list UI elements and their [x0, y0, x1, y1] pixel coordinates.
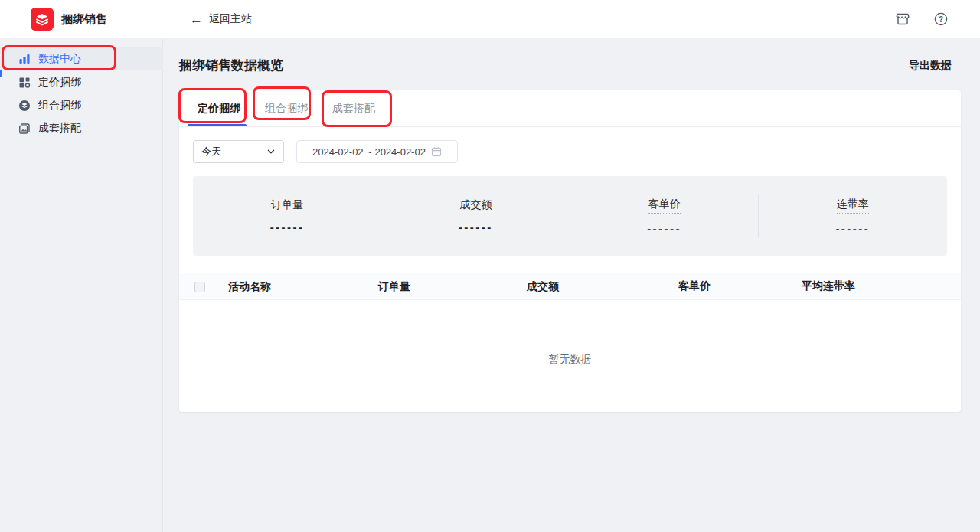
sidebar-item-label: 组合捆绑	[38, 99, 81, 113]
app-title: 捆绑销售	[61, 0, 107, 38]
export-data-button[interactable]: 导出数据	[909, 59, 952, 73]
column-header-transaction-amount: 成交额	[527, 273, 559, 301]
stat-value: ------	[459, 220, 493, 233]
blocks-icon	[18, 77, 31, 89]
stat-transaction-amount: 成交额 ------	[381, 176, 570, 256]
collection-image-icon	[18, 122, 31, 135]
column-header-average-order-value: 客单价	[678, 273, 710, 301]
sidebar-item-data-center[interactable]: 数据中心	[0, 47, 163, 70]
sidebar-item-label: 数据中心	[38, 52, 81, 66]
storefront-icon[interactable]	[895, 11, 910, 27]
chevron-down-icon	[266, 147, 276, 156]
stat-label: 连带率	[837, 197, 869, 214]
tab-bar: 定价捆绑 组合捆绑 成套搭配	[179, 90, 961, 127]
date-range-value: 2024-02-02 ~ 2024-02-02	[312, 146, 426, 158]
back-link-label: 返回主站	[209, 12, 252, 26]
layers-icon	[34, 11, 50, 27]
column-header-activity-name: 活动名称	[228, 273, 271, 301]
stat-label: 订单量	[271, 198, 303, 212]
stat-attachment-rate: 连带率 ------	[759, 176, 947, 256]
back-arrow-icon: ←	[190, 13, 203, 26]
back-to-main-link[interactable]: ← 返回主站	[190, 0, 252, 38]
help-icon[interactable]: ?	[933, 11, 949, 27]
topbar: 捆绑销售 ← 返回主站 ?	[0, 0, 980, 38]
sidebar-item-fixed-price-bundle[interactable]: 定价捆绑	[0, 71, 163, 94]
sidebar-item-label: 定价捆绑	[38, 76, 81, 90]
bar-chart-icon	[18, 53, 31, 65]
table-header-row: 活动名称 订单量 成交额 客单价 平均连带率	[179, 273, 961, 300]
date-preset-select[interactable]: 今天	[193, 140, 284, 163]
sidebar-item-label: 成套搭配	[38, 122, 81, 135]
app-logo	[31, 8, 54, 31]
sidebar: 数据中心 定价捆绑 组合捆绑	[0, 39, 163, 532]
stats-panel: 订单量 ------ 成交额 ------ 客单价 ------ 连带率 ---…	[193, 176, 947, 256]
page-title: 捆绑销售数据概览	[179, 57, 283, 74]
tab-set-matching[interactable]: 成套搭配	[332, 102, 375, 116]
stat-value: ------	[647, 222, 681, 235]
column-header-order-volume: 订单量	[378, 273, 410, 301]
tab-fixed-price-bundle[interactable]: 定价捆绑	[198, 102, 240, 116]
active-tab-underline	[188, 124, 247, 126]
stat-value: ------	[835, 222, 870, 235]
svg-text:?: ?	[939, 15, 943, 24]
stat-value: ------	[270, 220, 305, 233]
calendar-icon	[431, 146, 442, 157]
overview-card: 定价捆绑 组合捆绑 成套搭配 今天 2024-02-02 ~ 2024-02-0…	[179, 90, 961, 412]
date-range-picker[interactable]: 2024-02-02 ~ 2024-02-02	[296, 140, 458, 163]
select-all-checkbox[interactable]	[194, 282, 205, 292]
sidebar-item-combo-bundle[interactable]: 组合捆绑	[0, 94, 163, 117]
tab-combo-bundle[interactable]: 组合捆绑	[265, 102, 308, 116]
stat-label: 客单价	[648, 197, 681, 214]
stat-order-volume: 订单量 ------	[193, 176, 381, 256]
stat-average-order-value: 客单价 ------	[570, 176, 759, 256]
sidebar-item-set-matching[interactable]: 成套搭配	[0, 117, 163, 140]
date-preset-value: 今天	[201, 145, 221, 158]
layers-circle-icon	[18, 100, 31, 112]
empty-state-text: 暂无数据	[179, 353, 961, 367]
stat-label: 成交额	[459, 198, 492, 212]
column-header-average-attachment-rate: 平均连带率	[802, 273, 855, 301]
